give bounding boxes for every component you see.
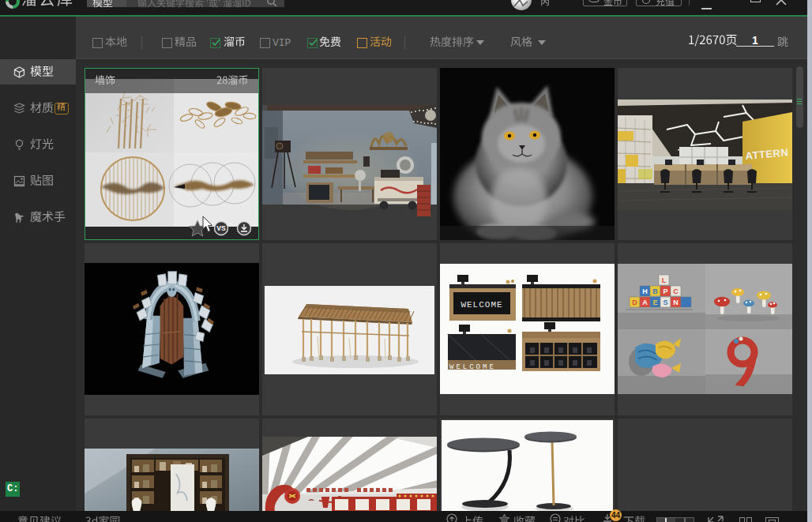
svg-text:C: C [673,287,679,295]
svg-text:P: P [663,287,667,295]
svg-text:S: S [663,299,667,306]
svg-text:VS: VS [216,224,226,232]
svg-text:B: B [652,287,658,295]
svg-text:A: A [642,299,648,306]
svg-text:WELCOME: WELCOME [449,363,496,371]
svg-text:WELCOME: WELCOME [461,300,502,310]
svg-text:N: N [673,299,679,306]
svg-text:E: E [652,299,657,306]
svg-text:L: L [662,276,667,284]
svg-text:H: H [642,287,648,295]
svg-text:D: D [632,299,637,306]
